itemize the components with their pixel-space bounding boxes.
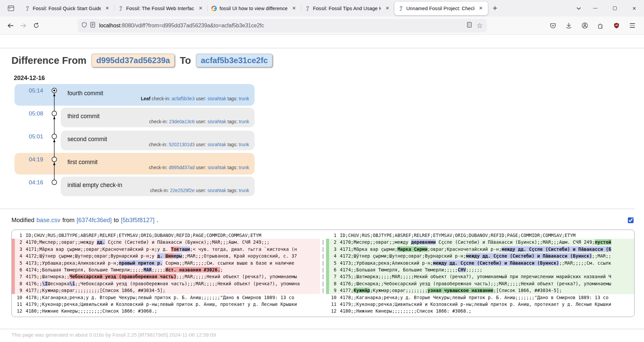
line-number: 4 xyxy=(329,253,340,259)
fossil-favicon-icon xyxy=(304,5,310,11)
account-icon[interactable] xyxy=(578,19,591,32)
diff-right-line-7: 74175;;Шатмарка;;;;;MAR;;;;;Некий объект… xyxy=(326,273,634,280)
line-text: 4176;;\IШеснарка\i;;Чебоксарский уезд (п… xyxy=(26,280,320,287)
diff-view: 1ID;CHUV;RUS;OBJTYPE;ABSREF;RELREF;ETYMS… xyxy=(11,230,635,317)
checkin-hash-link[interactable]: 52021301d3 xyxy=(169,142,195,147)
sbs-diff-checkbox[interactable] xyxy=(628,217,634,223)
close-window-button[interactable]: × xyxy=(624,0,644,17)
tab-close-icon[interactable]: × xyxy=(477,5,485,12)
tracking-protection-shield-icon[interactable] xyxy=(82,22,87,29)
line-number: 9 xyxy=(329,287,340,294)
browser-tab-5[interactable]: Unnamed Fossil Project: Check-× xyxy=(394,2,488,15)
line-number: 7 xyxy=(15,273,26,280)
tag-link[interactable]: trunk xyxy=(239,188,249,193)
minimize-button[interactable] xyxy=(585,0,605,17)
timeline-row-1: 05:14fourth commitLeaf check-in: acfaf5b… xyxy=(12,84,644,107)
reload-button[interactable] xyxy=(30,19,42,32)
fossil-favicon-icon xyxy=(24,5,30,11)
tag-link[interactable]: trunk xyxy=(239,119,249,124)
user-link[interactable]: sisrahtak xyxy=(208,165,226,170)
user-link[interactable]: sisrahtak xyxy=(208,96,226,101)
browser-tab-3[interactable]: fossil UI how to view difference× xyxy=(208,2,301,15)
line-text: 4175;;Шатмарка;;;;;MAR;;;;;Некий объект … xyxy=(340,273,634,280)
fossil-favicon-icon xyxy=(118,5,123,11)
modified-file-link[interactable]: base.csv xyxy=(36,217,60,224)
timeline-comment-bubble: fourth commitLeaf check-in: acfaf5b3e3 u… xyxy=(61,85,255,104)
checkin-hash-link[interactable]: d995dd37ad xyxy=(169,165,195,170)
line-number: 3 xyxy=(329,246,340,253)
timeline-time-link[interactable]: 04:19 xyxy=(12,153,48,176)
line-text: 4178;;Каганарка;речка;у д. Вторые Чекуры… xyxy=(340,294,634,301)
modified-file-row: Modified base.csv from [6374fc36ed] to [… xyxy=(11,216,635,224)
browser-tab-4[interactable]: Fossil: Fossil Tips And Usage Hi× xyxy=(301,2,394,15)
ublock-origin-icon[interactable]: u0 xyxy=(610,19,623,32)
modified-suffix: . xyxy=(156,217,158,224)
diff-change-markers: |||||||| xyxy=(320,232,326,315)
checkin-hash-link[interactable]: 22e2529f2e xyxy=(170,188,195,193)
line-text: 4177;;Кужмар;овраг;;;;;;;;;[Список 1866,… xyxy=(26,287,320,294)
line-number: 5 xyxy=(329,260,340,266)
list-all-tabs-chevron-icon[interactable] xyxy=(572,2,585,15)
user-link[interactable]: sisrahtak xyxy=(208,142,226,147)
timeline-comment-bubble: third commitcheck-in: 23de0a13c6 user: s… xyxy=(61,108,255,127)
tab-close-icon[interactable]: × xyxy=(290,5,298,12)
user-link[interactable]: sisrahtak xyxy=(208,119,226,124)
tab-title: Fossil: Fossil Tips And Usage Hi xyxy=(313,6,381,11)
timeline-time-link[interactable]: 04:16 xyxy=(12,176,48,199)
firefox-view-icon[interactable] xyxy=(5,2,17,15)
maximize-icon xyxy=(613,6,617,10)
diff-left-line-7: 74175;;Шатмарка;;Чебоксарский уезд (прав… xyxy=(12,273,320,280)
forward-button[interactable] xyxy=(17,19,30,32)
user-label: user: xyxy=(195,119,207,124)
timeline-time-link[interactable]: 05:14 xyxy=(12,84,48,107)
tag-link[interactable]: trunk xyxy=(239,96,249,101)
timeline-time-link[interactable]: 05:08 xyxy=(12,107,48,130)
diff-left-line-3: 34171;Мăрка вар ҫырми;;овраг;Красночетай… xyxy=(12,246,320,253)
reader-view-icon[interactable] xyxy=(467,22,472,29)
url-bar[interactable]: localhost:8080/vdiff?from=d995dd37ad5623… xyxy=(78,19,487,32)
tab-close-icon[interactable]: × xyxy=(197,5,204,12)
checkin-label: check-in: xyxy=(150,188,170,193)
download-icon[interactable] xyxy=(562,19,575,32)
pocket-icon[interactable] xyxy=(547,19,559,32)
diff-right-line-4: 44172;Шӳтнер ҫырми;Шутнер;овраг;Вурнарск… xyxy=(326,253,634,259)
line-number: 10 xyxy=(15,294,26,301)
tag-link[interactable]: trunk xyxy=(239,142,249,147)
browser-tab-2[interactable]: Fossil: The Fossil Web Interface× xyxy=(114,2,208,15)
tab-title: Unnamed Fossil Project: Check- xyxy=(406,6,474,11)
timeline: 05:14fourth commitLeaf check-in: acfaf5b… xyxy=(12,84,644,199)
line-text: 4170;Мислер;;овраг;;между дд. Сҫспе (Сис… xyxy=(26,239,320,245)
to-hash-link[interactable]: acfaf5b3e31ce2fc xyxy=(196,54,272,67)
url-text[interactable]: localhost:8080/vdiff?from=d995dd37ad5623… xyxy=(99,23,464,29)
line-text: 4179;;Куконар;речка;Цивильский и Козловс… xyxy=(340,301,634,308)
line-text: 4177;Кужмăр;Кужмар;овраг;;;;;;;;узнал чу… xyxy=(340,287,634,294)
bookmark-star-icon[interactable]: ☆ xyxy=(476,22,483,30)
extensions-puzzle-icon[interactable] xyxy=(594,19,607,32)
modified-to-ref-link[interactable]: [5b3f5f8127] xyxy=(121,217,154,224)
checkin-hash-link[interactable]: acfaf5b3e3 xyxy=(172,96,195,101)
timeline-graph[interactable] xyxy=(48,84,61,199)
commit-detail: check-in: 52021301d3 user: sisrahtak tag… xyxy=(149,142,249,147)
maximize-button[interactable] xyxy=(605,0,624,17)
timeline-time-link[interactable]: 05:01 xyxy=(12,130,48,153)
back-button[interactable] xyxy=(4,19,17,32)
diff-right-line-10: 104178;;Каганарка;речка;у д. Вторые Чеку… xyxy=(326,294,634,301)
diff-right-line-2: 24170;Мислер;;овраг;;между деревнями Сҫс… xyxy=(326,239,634,245)
line-number: 1 xyxy=(329,232,340,239)
heading-to-label: To xyxy=(180,55,191,66)
new-tab-button[interactable]: + xyxy=(489,2,501,15)
modified-from-ref-link[interactable]: [6374fc36ed] xyxy=(77,217,112,224)
line-number: 8 xyxy=(15,280,26,287)
tab-close-icon[interactable]: × xyxy=(384,5,391,12)
browser-tab-1[interactable]: Fossil: Fossil Quick Start Guide× xyxy=(21,2,114,15)
checkin-label: check-in: xyxy=(152,96,172,101)
checkin-hash-link[interactable]: 23de0a13c6 xyxy=(169,119,195,124)
user-link[interactable]: sisrahtak xyxy=(208,188,226,193)
from-hash-link[interactable]: d995dd37ad56239a xyxy=(91,54,175,67)
tag-link[interactable]: trunk xyxy=(239,165,249,170)
page-info-icon[interactable] xyxy=(90,22,95,29)
commit-detail: check-in: 23de0a13c6 user: sisrahtak tag… xyxy=(149,119,249,124)
menu-hamburger-icon[interactable] xyxy=(626,19,639,32)
line-number: 2 xyxy=(329,239,340,245)
tab-close-icon[interactable]: × xyxy=(104,5,111,12)
